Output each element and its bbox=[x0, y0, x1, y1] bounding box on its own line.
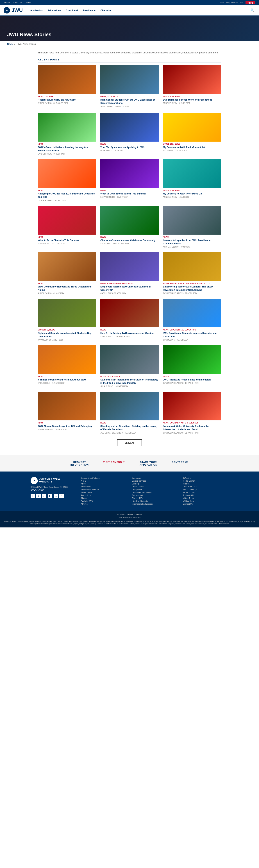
all-posts-grid: NEWS JWU's Green Initiatives: Leading th… bbox=[38, 113, 221, 434]
footer-link[interactable]: Virtual Tours bbox=[183, 497, 228, 499]
nav-providence[interactable]: Providence bbox=[81, 7, 98, 13]
card-meta: JWU MEDIA RELATIONS · 15 MARCH 2024 bbox=[163, 382, 221, 384]
post-card[interactable]: NEWS, EXPERIENTIAL EDUCATION Employers R… bbox=[100, 252, 159, 294]
footer-link[interactable]: Brand Directory bbox=[183, 489, 228, 491]
card-category: NEWS, CULINARY bbox=[38, 95, 96, 97]
footer-link[interactable]: Tuition & Aid bbox=[183, 494, 228, 496]
post-card[interactable]: NEWS What to Do in Charlotte This Summer… bbox=[38, 206, 96, 248]
give-link[interactable]: Give bbox=[220, 1, 224, 4]
card-meta: LEAH MARC · 27 JULY 2024 bbox=[100, 150, 159, 152]
footer-link[interactable]: A to Z bbox=[81, 480, 126, 482]
post-card[interactable]: NEWS 7 Things Parents Want to Know About… bbox=[38, 345, 96, 387]
nav-cost-aid[interactable]: Cost & Aid bbox=[64, 7, 80, 13]
footer-link[interactable]: About bbox=[81, 483, 126, 485]
nav-charlotte[interactable]: Charlotte bbox=[98, 7, 113, 13]
footer-link[interactable]: Accreditation bbox=[81, 491, 126, 493]
post-card[interactable]: NEWS, STUDENTS My Journey to JWU: Tyler … bbox=[163, 159, 221, 201]
nav-academics[interactable]: Academics bbox=[28, 7, 45, 13]
post-card[interactable]: NEWS Charlotte Commencement Celebrates C… bbox=[100, 206, 159, 248]
info-for-link[interactable]: Info For bbox=[4, 1, 10, 4]
search-button[interactable]: 🔍 bbox=[250, 7, 255, 13]
card-image bbox=[38, 113, 96, 142]
footer-link[interactable]: Alumni bbox=[81, 497, 126, 499]
footer-link[interactable]: Chef's Choice bbox=[132, 486, 177, 488]
recent-post-card[interactable]: NEWS, CULINARY Restaurateurs Carry on JW… bbox=[38, 65, 96, 107]
post-card[interactable]: NEWS, CULINARY, ARTS & SCIENCES Johnson … bbox=[163, 392, 221, 434]
footer-link[interactable]: Campuses bbox=[132, 477, 177, 479]
post-card[interactable]: NEWS JWU Community Recognizes Three Outs… bbox=[38, 252, 96, 294]
footer-link[interactable]: Terms of Use bbox=[183, 491, 228, 493]
youtube-icon[interactable]: ▶ bbox=[48, 494, 52, 498]
card-image bbox=[163, 113, 221, 142]
pinterest-icon[interactable]: P bbox=[59, 494, 64, 498]
footer-link[interactable]: Catalog bbox=[132, 483, 177, 485]
footer-link[interactable]: Employment bbox=[132, 494, 177, 496]
apply-button[interactable]: Apply bbox=[246, 1, 255, 4]
news-link[interactable]: News bbox=[26, 1, 31, 4]
main-content: The latest news from Johnson & Wales Uni… bbox=[31, 47, 228, 455]
cta-start-application[interactable]: START YOURAPPLICATION bbox=[139, 461, 157, 466]
card-meta: ANDREA FELLMAN · 07 MAY 2024 bbox=[163, 246, 221, 248]
post-card[interactable]: NEWS Standing on Her Shoulders: Building… bbox=[100, 392, 159, 434]
logo[interactable]: ⚜ JWU bbox=[4, 7, 23, 13]
footer-link[interactable]: International Admissions bbox=[132, 503, 177, 505]
linkedin-icon[interactable]: in bbox=[42, 494, 46, 498]
nondiscrimination-link[interactable]: Notice of Nondiscrimination bbox=[4, 516, 255, 519]
post-card[interactable]: NEWS, EXPERIENTIAL EDUCATION JWU Provide… bbox=[163, 299, 221, 341]
footer-link[interactable]: Give to JWU bbox=[132, 497, 177, 499]
footer-link[interactable]: Media Center bbox=[183, 480, 228, 482]
post-card[interactable]: NEWS What to Do in Rhode Island This Sum… bbox=[100, 159, 159, 201]
card-category: NEWS, CULINARY, ARTS & SCIENCES bbox=[163, 422, 221, 424]
card-title: Applying to JWU for Fall 2025: Important… bbox=[38, 192, 96, 198]
show-all-button[interactable]: Show All bbox=[117, 439, 142, 446]
post-card[interactable]: NEWS JWU Prioritizes Accessibility and I… bbox=[163, 345, 221, 387]
card-title: What to Do in Rhode Island This Summer bbox=[100, 192, 159, 195]
post-card[interactable]: STUDENTS, NEWS Sights and Sounds from Ac… bbox=[38, 299, 96, 341]
card-meta: JULIA BHELS 8 · 18 MARCH 2024 bbox=[100, 385, 159, 387]
post-card[interactable]: NEWS How Art Is Raising JWU's Awareness … bbox=[100, 299, 159, 341]
footer-link[interactable]: Athletics bbox=[81, 503, 126, 505]
about-jwu-link[interactable]: About JWU bbox=[13, 1, 23, 4]
footer-link[interactable]: Compliance bbox=[132, 489, 177, 491]
card-title: My Journey to JWU: Tyler Miles '28 bbox=[163, 192, 221, 195]
footer-link[interactable]: Admissions bbox=[81, 494, 126, 496]
footer-link[interactable]: JWU.live bbox=[183, 477, 228, 479]
footer-link[interactable]: Apply to JWU bbox=[81, 500, 126, 502]
visit-link[interactable]: Visit bbox=[240, 1, 244, 4]
footer-link[interactable]: Hire Our Students bbox=[132, 500, 177, 502]
footer-link[interactable]: Academic Calendars bbox=[81, 489, 126, 491]
post-card[interactable]: EXPERIENTIAL EDUCATION, NEWS, HOSPITALIT… bbox=[163, 252, 221, 294]
cta-visit-campus[interactable]: VISIT CAMPUS ▼ bbox=[103, 461, 125, 466]
card-image bbox=[100, 345, 159, 374]
post-card[interactable]: NEWS Lessons & Legacies from JWU Provide… bbox=[163, 206, 221, 248]
post-card[interactable]: NEWS Your Top Questions on Applying to J… bbox=[100, 113, 159, 155]
footer-phone[interactable]: 850-342-5596 bbox=[31, 489, 75, 492]
card-title: Standing on Her Shoulders: Building on t… bbox=[100, 425, 159, 431]
card-image bbox=[163, 299, 221, 328]
recent-post-card[interactable]: NEWS, STUDENTS High School Students Get … bbox=[100, 65, 159, 107]
post-card[interactable]: NEWS Applying to JWU for Fall 2025: Impo… bbox=[38, 159, 96, 201]
footer-link[interactable]: PURPOSE 2024 bbox=[183, 486, 228, 488]
recent-post-card[interactable]: NEWS, STUDENTS Duo Balances School, Work… bbox=[163, 65, 221, 107]
instagram-icon[interactable]: ig bbox=[54, 494, 58, 498]
footer-link[interactable]: Academics bbox=[81, 486, 126, 488]
post-card[interactable]: STUDENTS, NEWS My Journey to JWU: Fin La… bbox=[163, 113, 221, 155]
post-card[interactable]: HOSPITALITY, NEWS Students Gain Insight … bbox=[100, 345, 159, 387]
footer-link[interactable]: Career Services bbox=[132, 480, 177, 482]
post-card[interactable]: NEWS JWU Alumni Share Insight on DEI and… bbox=[38, 392, 96, 434]
footer-link[interactable]: Consumer Information bbox=[132, 491, 177, 493]
cta-contact-us[interactable]: CONTACT US bbox=[171, 461, 189, 466]
footer-link[interactable]: Wildcat Gear bbox=[183, 500, 228, 502]
nav-admissions[interactable]: Admissions bbox=[45, 7, 63, 13]
copyright: © Johnson & Wales University bbox=[4, 513, 255, 516]
post-card[interactable]: NEWS JWU's Green Initiatives: Leading th… bbox=[38, 113, 96, 155]
facebook-icon[interactable]: f bbox=[31, 494, 35, 498]
footer-link[interactable]: Contact Us bbox=[183, 503, 228, 505]
footer-link[interactable]: Coronavirus Updates bbox=[81, 477, 126, 479]
footer-link[interactable]: Mission bbox=[183, 483, 228, 485]
show-all-container: Show All bbox=[38, 439, 221, 446]
twitter-icon[interactable]: t bbox=[36, 494, 41, 498]
request-info-link[interactable]: Request Info bbox=[226, 1, 237, 4]
breadcrumb-news[interactable]: News bbox=[7, 43, 12, 45]
cta-request-info[interactable]: REQUESTINFORMATION bbox=[70, 461, 89, 466]
